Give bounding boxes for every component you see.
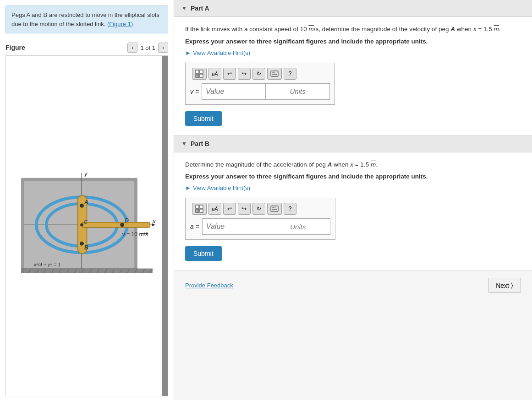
part-b-answer-box: μÅ ↩ ↪ ↻ ? a = bbox=[185, 198, 335, 240]
svg-rect-55 bbox=[200, 209, 203, 212]
part-a-content: If the link moves with a constant speed … bbox=[174, 17, 532, 135]
svg-rect-43 bbox=[196, 70, 199, 73]
part-b-help-label: ? bbox=[289, 205, 292, 212]
part-b-question: Determine the magnitude of the accelerat… bbox=[185, 160, 521, 170]
part-a-help-button[interactable]: ? bbox=[284, 68, 296, 80]
description-text: Pegs A and B are restricted to move in t… bbox=[11, 11, 159, 27]
part-b-refresh-button[interactable]: ↻ bbox=[252, 203, 265, 215]
part-b-header[interactable]: ▼ Part B bbox=[174, 135, 532, 152]
svg-rect-54 bbox=[196, 209, 199, 212]
svg-text:C: C bbox=[84, 219, 88, 225]
part-a-value-input[interactable] bbox=[202, 83, 266, 100]
part-a-matrix-button[interactable] bbox=[192, 68, 207, 80]
next-button[interactable]: Next 〉 bbox=[488, 278, 521, 293]
part-b-units-input[interactable] bbox=[266, 218, 330, 235]
figure-title: Figure bbox=[5, 44, 25, 51]
part-a-input-row: v = bbox=[190, 83, 330, 100]
right-panel: ▼ Part A If the link moves with a consta… bbox=[174, 0, 532, 400]
part-a-units-input[interactable] bbox=[266, 83, 330, 100]
svg-text:v = 10 m/s: v = 10 m/s bbox=[122, 231, 148, 238]
svg-point-33 bbox=[80, 223, 83, 227]
part-b-section: ▼ Part B Determine the magnitude of the … bbox=[174, 135, 532, 271]
svg-text:x²/4 + y² = 1: x²/4 + y² = 1 bbox=[33, 262, 61, 267]
part-a-refresh-button[interactable]: ↻ bbox=[252, 68, 265, 80]
part-a-hint-link[interactable]: ► View Available Hint(s) bbox=[185, 49, 521, 56]
part-b-keyboard-button[interactable] bbox=[267, 203, 282, 215]
part-a-instruction: Express your answer to three significant… bbox=[185, 38, 521, 45]
part-b-submit-button[interactable]: Submit bbox=[185, 246, 222, 261]
svg-rect-45 bbox=[196, 74, 199, 77]
part-a-undo-button[interactable]: ↩ bbox=[223, 68, 236, 80]
part-a-collapse-icon: ▼ bbox=[181, 5, 187, 11]
part-b-input-row: a = bbox=[190, 218, 330, 235]
figure-svg: y x A C bbox=[6, 56, 168, 396]
part-a-mu-label: μÅ bbox=[212, 71, 218, 76]
part-b-value-input[interactable] bbox=[202, 218, 266, 235]
part-a-section: ▼ Part A If the link moves with a consta… bbox=[174, 0, 532, 135]
part-b-content: Determine the magnitude of the accelerat… bbox=[174, 152, 532, 270]
part-a-redo-button[interactable]: ↪ bbox=[238, 68, 251, 80]
part-b-hint-arrow: ► bbox=[185, 184, 191, 191]
feedback-link[interactable]: Provide Feedback bbox=[185, 282, 233, 289]
problem-description: Pegs A and B are restricted to move in t… bbox=[5, 5, 168, 33]
part-a-keyboard-button[interactable] bbox=[267, 68, 282, 80]
svg-rect-44 bbox=[200, 70, 203, 73]
part-a-hint-label: View Available Hint(s) bbox=[193, 49, 250, 56]
part-b-instruction: Express your answer to three significant… bbox=[185, 173, 521, 180]
part-a-question: If the link moves with a constant speed … bbox=[185, 24, 521, 34]
svg-rect-47 bbox=[271, 71, 278, 76]
part-a-answer-box: μÅ ↩ ↪ ↻ ? v = bbox=[185, 63, 335, 105]
part-a-hint-arrow: ► bbox=[185, 49, 191, 56]
part-a-mu-button[interactable]: μÅ bbox=[208, 68, 221, 80]
part-b-undo-button[interactable]: ↩ bbox=[223, 203, 236, 215]
part-b-mu-label: μÅ bbox=[212, 206, 218, 211]
figure-image: y x A C bbox=[5, 55, 168, 396]
svg-text:y: y bbox=[84, 170, 88, 177]
part-b-hint-label: View Available Hint(s) bbox=[193, 184, 250, 191]
figure-link[interactable]: (Figure 1) bbox=[107, 21, 133, 27]
svg-rect-2 bbox=[21, 269, 153, 273]
next-icon: 〉 bbox=[511, 281, 513, 289]
part-b-hint-link[interactable]: ► View Available Hint(s) bbox=[185, 184, 521, 191]
part-a-title: Part A bbox=[191, 5, 209, 12]
part-b-mu-button[interactable]: μÅ bbox=[208, 203, 221, 215]
svg-rect-46 bbox=[200, 74, 203, 77]
left-panel: Pegs A and B are restricted to move in t… bbox=[0, 0, 174, 400]
figure-nav: ‹ 1 of 1 › bbox=[127, 43, 168, 53]
figure-section: Figure ‹ 1 of 1 › bbox=[0, 39, 174, 400]
part-a-submit-button[interactable]: Submit bbox=[185, 111, 222, 126]
svg-rect-30 bbox=[82, 222, 150, 227]
part-a-toolbar: μÅ ↩ ↪ ↻ ? bbox=[190, 68, 330, 80]
part-a-help-label: ? bbox=[289, 70, 292, 77]
svg-text:D: D bbox=[125, 217, 129, 224]
svg-rect-53 bbox=[200, 205, 203, 208]
svg-point-37 bbox=[120, 223, 124, 227]
part-b-var-label: a = bbox=[190, 223, 199, 230]
svg-point-31 bbox=[80, 204, 84, 208]
bottom-bar: Provide Feedback Next 〉 bbox=[174, 270, 532, 300]
part-b-title: Part B bbox=[191, 140, 209, 147]
part-a-var-label: v = bbox=[190, 88, 199, 95]
figure-counter: 1 of 1 bbox=[140, 44, 155, 51]
figure-scrollbar[interactable] bbox=[162, 56, 168, 396]
part-b-matrix-button[interactable] bbox=[192, 203, 207, 215]
next-label: Next bbox=[496, 282, 509, 289]
part-b-toolbar: μÅ ↩ ↪ ↻ ? bbox=[190, 203, 330, 215]
figure-prev-button[interactable]: ‹ bbox=[127, 43, 137, 53]
svg-rect-56 bbox=[271, 206, 278, 211]
part-b-help-button[interactable]: ? bbox=[284, 203, 296, 215]
svg-text:B: B bbox=[84, 244, 88, 251]
part-b-redo-button[interactable]: ↪ bbox=[238, 203, 251, 215]
part-b-collapse-icon: ▼ bbox=[181, 141, 187, 147]
figure-next-button[interactable]: › bbox=[158, 43, 168, 53]
figure-header: Figure ‹ 1 of 1 › bbox=[5, 43, 168, 53]
svg-point-35 bbox=[80, 242, 84, 246]
part-a-header[interactable]: ▼ Part A bbox=[174, 0, 532, 17]
svg-text:A: A bbox=[84, 199, 88, 205]
svg-rect-52 bbox=[196, 205, 199, 208]
